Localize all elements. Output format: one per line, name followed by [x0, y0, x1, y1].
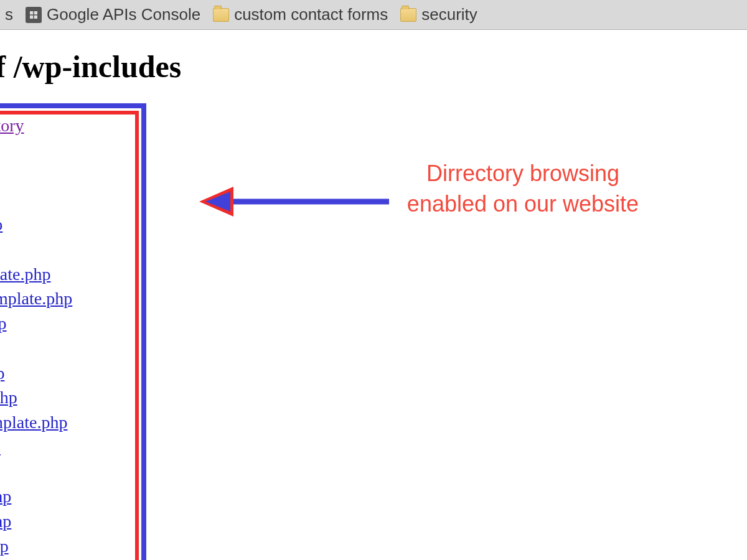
list-item: he.php [0, 336, 135, 361]
directory-link[interactable]: egory-template.php [0, 413, 67, 432]
annotation-line1: Dirrectory browsing [426, 161, 619, 186]
directory-list: ent Directory3/plePie/t/in-bar.phpmlib.p… [0, 113, 135, 560]
list-item: hor-template.php [0, 262, 135, 287]
list-item: ss-IXR.php [0, 484, 135, 509]
list-item: kmark.php [0, 311, 135, 336]
directory-link[interactable]: ss-IXR.php [0, 487, 11, 506]
list-item: mlib.php [0, 237, 135, 262]
bookmark-truncated-label: s [5, 5, 13, 24]
list-item: onical.php [0, 361, 135, 386]
list-item: ss-feed.php [0, 509, 135, 534]
annotation-text: Dirrectory browsing enabled on our websi… [361, 159, 685, 219]
directory-link[interactable]: egory.php [0, 437, 1, 457]
bookmark-custom-contact-forms[interactable]: custom contact forms [213, 5, 388, 24]
bookmark-label: custom contact forms [234, 5, 388, 24]
folder-icon [400, 8, 416, 22]
bookmark-google-apis[interactable]: Google APIs Console [26, 5, 200, 24]
list-item: egory.php [0, 435, 135, 460]
list-item: tificates/ [0, 460, 135, 485]
directory-link[interactable]: onical.php [0, 363, 4, 383]
bookmark-truncated[interactable]: s [5, 5, 13, 24]
directory-link[interactable]: ss-http.php [0, 536, 9, 556]
list-item: kmark-template.php [0, 286, 135, 311]
bookmark-security[interactable]: security [400, 5, 477, 24]
list-item: abilities.php [0, 385, 135, 410]
list-item: ss-http.php [0, 534, 135, 559]
list-item: egory-template.php [0, 410, 135, 435]
list-item: plePie/ [0, 163, 135, 188]
directory-link[interactable]: kmark.php [0, 314, 7, 333]
folder-icon [213, 8, 229, 22]
directory-link[interactable]: ent Directory [0, 116, 24, 135]
directory-link[interactable]: kmark-template.php [0, 289, 72, 308]
list-item: in-bar.php [0, 212, 135, 237]
list-item: t/ [0, 187, 135, 212]
annotation-line2: enabled on our website [407, 191, 639, 217]
directory-link[interactable]: hor-template.php [0, 264, 51, 284]
bookmark-label: Google APIs Console [47, 5, 200, 24]
page-title: x of /wp-includes [0, 49, 747, 85]
page-content: x of /wp-includes ent Directory3/plePie/… [0, 49, 747, 560]
api-icon [26, 7, 42, 23]
directory-link[interactable]: abilities.php [0, 388, 17, 407]
directory-link[interactable]: in-bar.php [0, 215, 2, 234]
list-item: 3/ [0, 138, 135, 163]
directory-listing-highlight: ent Directory3/plePie/t/in-bar.phpmlib.p… [0, 103, 146, 560]
directory-link[interactable]: ss-feed.php [0, 511, 11, 531]
list-item: ent Directory [0, 113, 135, 138]
bookmark-label: security [421, 5, 477, 24]
bookmarks-bar: s Google APIs Console custom contact for… [0, 0, 747, 30]
